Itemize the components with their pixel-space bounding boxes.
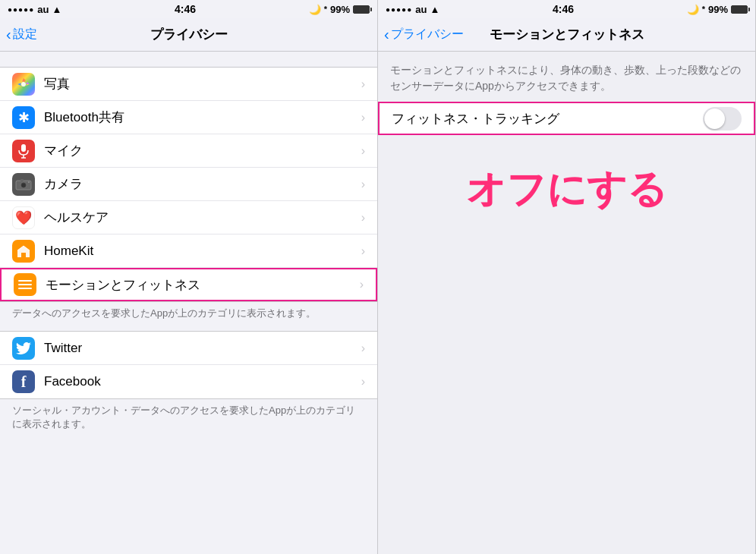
list-item-motion[interactable]: モーションとフィットネス › — [0, 268, 377, 301]
motion-svg — [17, 278, 33, 291]
svg-rect-10 — [28, 181, 30, 183]
list-item-twitter[interactable]: Twitter › — [0, 332, 377, 365]
right-wifi-icon: ▲ — [430, 4, 439, 15]
svg-rect-9 — [20, 179, 24, 181]
twitter-svg — [16, 342, 31, 354]
left-status-left: ●●●●● au ▲ — [8, 4, 61, 15]
facebook-f-letter: f — [21, 373, 27, 391]
carrier-label: au — [37, 4, 49, 15]
svg-rect-11 — [21, 253, 26, 257]
right-panel: ●●●●● au ▲ 4:46 🌙 * 99% ‹ プライバシー モーションとフ… — [378, 0, 756, 554]
homekit-chevron: › — [361, 244, 365, 258]
right-signal-dots: ●●●●● — [386, 5, 412, 14]
health-chevron: › — [361, 211, 365, 225]
homekit-icon — [12, 240, 35, 263]
health-label: ヘルスケア — [44, 209, 358, 226]
right-battery-percent: 99% — [708, 4, 728, 15]
motion-icon — [14, 273, 36, 296]
facebook-label: Facebook — [44, 374, 358, 389]
toggle-row: フィットネス・トラッキング — [378, 102, 755, 135]
wifi-icon: ▲ — [52, 4, 61, 15]
signal-dots: ●●●●● — [8, 5, 34, 14]
heart-icon: ❤️ — [15, 209, 32, 226]
motion-label: モーションとフィットネス — [46, 276, 357, 294]
list-item-homekit[interactable]: HomeKit › — [0, 235, 377, 268]
homekit-svg — [17, 244, 30, 258]
left-nav-title: プライバシー — [150, 26, 228, 43]
list-item-health[interactable]: ❤️ ヘルスケア › — [0, 201, 377, 235]
right-panel-content: モーションとフィットネスにより、身体の動き、歩数、上った段数などのセンサーデータ… — [378, 52, 755, 554]
bluetooth-status-icon: * — [324, 5, 327, 14]
right-status-time: 4:46 — [553, 3, 574, 15]
mic-svg — [17, 143, 30, 159]
twitter-icon — [12, 337, 35, 360]
left-status-right: 🌙 * 99% — [309, 4, 370, 15]
right-back-button[interactable]: ‹ プライバシー — [384, 27, 464, 42]
camera-label: カメラ — [44, 175, 358, 193]
bluetooth-label: Bluetooth共有 — [44, 109, 358, 126]
list-item-bluetooth[interactable]: ✱ Bluetooth共有 › — [0, 101, 377, 134]
battery-icon — [353, 5, 370, 14]
annotation-text: オフにする — [378, 135, 755, 228]
svg-point-8 — [22, 183, 26, 187]
privacy-section-note: データへのアクセスを要求したAppが上のカテゴリに表示されます。 — [0, 302, 377, 323]
twitter-label: Twitter — [44, 341, 358, 356]
twitter-chevron: › — [361, 342, 365, 355]
camera-icon — [12, 173, 35, 196]
photos-label: 写真 — [44, 75, 358, 93]
list-item-photos[interactable]: 写真 › — [0, 68, 377, 101]
moon-icon: 🌙 — [309, 4, 321, 15]
camera-svg — [15, 178, 32, 190]
mic-label: マイク — [44, 142, 358, 159]
photos-chevron: › — [361, 77, 365, 91]
right-moon-icon: 🌙 — [687, 4, 699, 15]
svg-point-1 — [21, 82, 26, 87]
social-section-note: ソーシャル・アカウント・データへのアクセスを要求したAppが上のカテゴリに表示さ… — [0, 399, 377, 434]
battery-percent: 99% — [330, 4, 350, 15]
health-icon: ❤️ — [12, 206, 35, 229]
social-items-group: Twitter › f Facebook › — [0, 331, 377, 399]
right-battery-icon — [731, 5, 748, 14]
left-status-time: 4:46 — [175, 3, 196, 15]
right-status-left: ●●●●● au ▲ — [386, 4, 439, 15]
motion-chevron: › — [360, 278, 364, 291]
right-back-chevron-icon: ‹ — [384, 27, 389, 42]
left-nav-bar: ‹ 設定 プライバシー — [0, 18, 377, 52]
right-nav-title: モーションとフィットネス — [490, 26, 644, 43]
right-bluetooth-icon: * — [702, 5, 705, 14]
left-status-bar: ●●●●● au ▲ 4:46 🌙 * 99% — [0, 0, 377, 18]
list-item-camera[interactable]: カメラ › — [0, 168, 377, 201]
left-settings-list: 写真 › ✱ Bluetooth共有 › マイク — [0, 52, 377, 554]
homekit-label: HomeKit — [44, 244, 358, 259]
facebook-icon: f — [12, 370, 35, 393]
right-status-right: 🌙 * 99% — [687, 4, 748, 15]
mic-chevron: › — [361, 144, 365, 158]
toggle-switch[interactable] — [703, 107, 742, 131]
left-back-button[interactable]: ‹ 設定 — [6, 27, 37, 42]
facebook-chevron: › — [361, 375, 365, 389]
bluetooth-chevron: › — [361, 111, 365, 124]
right-status-bar: ●●●●● au ▲ 4:46 🌙 * 99% — [378, 0, 755, 18]
back-chevron-icon: ‹ — [6, 27, 11, 42]
list-item-facebook[interactable]: f Facebook › — [0, 365, 377, 398]
list-item-mic[interactable]: マイク › — [0, 134, 377, 168]
privacy-items-group: 写真 › ✱ Bluetooth共有 › マイク — [0, 67, 377, 302]
right-nav-bar: ‹ プライバシー モーションとフィットネス — [378, 18, 755, 52]
right-carrier-label: au — [415, 4, 427, 15]
left-panel: ●●●●● au ▲ 4:46 🌙 * 99% ‹ 設定 プライバシー — [0, 0, 378, 554]
photos-svg — [16, 77, 31, 92]
right-back-label: プライバシー — [391, 27, 464, 42]
toggle-label: フィットネス・トラッキング — [392, 110, 703, 127]
bluetooth-icon: ✱ — [12, 106, 35, 129]
camera-chevron: › — [361, 178, 365, 191]
photos-icon — [12, 73, 35, 96]
right-description: モーションとフィットネスにより、身体の動き、歩数、上った段数などのセンサーデータ… — [378, 52, 755, 102]
svg-rect-2 — [21, 144, 26, 152]
back-label: 設定 — [13, 27, 37, 42]
mic-icon — [12, 140, 35, 162]
